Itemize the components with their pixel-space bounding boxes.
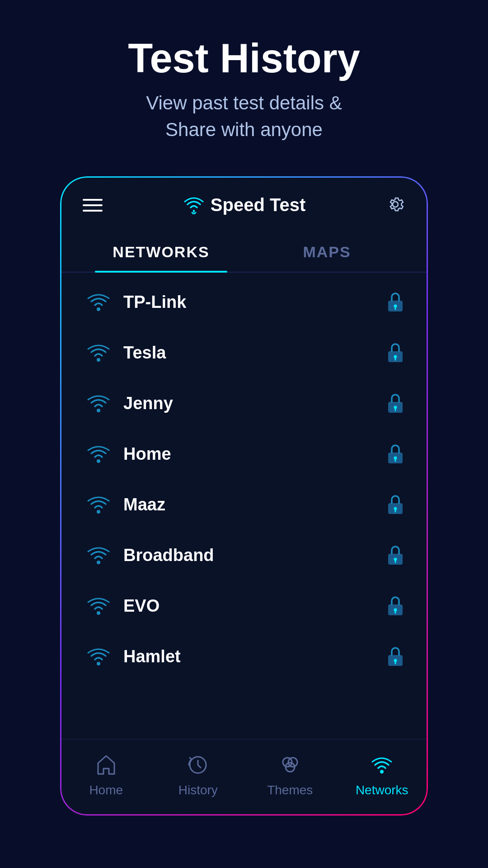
- network-item[interactable]: Home: [60, 429, 428, 480]
- networks-icon: [370, 753, 394, 778]
- app-name: Speed Test: [211, 195, 305, 215]
- nav-label-networks: Networks: [356, 783, 408, 797]
- svg-point-4: [97, 358, 100, 362]
- tab-maps[interactable]: MAPS: [244, 234, 410, 272]
- history-icon: [186, 753, 210, 778]
- wifi-signal-icon: [83, 444, 114, 465]
- wifi-signal-icon: [83, 545, 114, 566]
- nav-item-networks[interactable]: Networks: [336, 749, 428, 802]
- tabs-row: NETWORKS MAPS: [60, 225, 428, 273]
- network-name: Home: [114, 444, 385, 464]
- nav-item-home[interactable]: Home: [60, 749, 152, 802]
- top-bar: Speed Test: [60, 176, 428, 225]
- network-name: EVO: [114, 596, 385, 616]
- hamburger-button[interactable]: [83, 199, 103, 212]
- nav-item-themes[interactable]: Themes: [244, 749, 336, 802]
- network-item[interactable]: Broadband: [60, 530, 428, 581]
- header-section: Test History View past test details &Sha…: [0, 0, 488, 161]
- network-item[interactable]: TP-Link: [60, 277, 428, 328]
- wifi-signal-icon: [83, 343, 114, 363]
- wifi-signal-icon: [83, 646, 114, 667]
- lock-icon: [385, 290, 405, 315]
- page-subtitle: View past test details &Share with anyon…: [18, 90, 470, 143]
- nav-label-history: History: [178, 783, 218, 797]
- settings-button[interactable]: [385, 194, 405, 216]
- network-item[interactable]: EVO: [60, 581, 428, 632]
- network-item[interactable]: Maaz: [60, 480, 428, 530]
- bottom-nav: Home History: [60, 739, 428, 816]
- nav-item-history[interactable]: History: [152, 749, 244, 802]
- wifi-signal-icon: [83, 393, 114, 414]
- wifi-signal-icon: [83, 292, 114, 313]
- network-list: TP-Link Tesla: [60, 273, 428, 739]
- phone-inner: Speed Test NETWORKS MAPS: [60, 176, 428, 816]
- network-name: Jenny: [114, 394, 385, 413]
- network-item[interactable]: Hamlet: [60, 632, 428, 682]
- app-wifi-icon: [183, 196, 205, 214]
- svg-point-16: [97, 510, 100, 514]
- network-name: Maaz: [114, 495, 385, 514]
- lock-icon: [385, 442, 405, 467]
- page-title: Test History: [18, 36, 470, 81]
- network-name: Hamlet: [114, 647, 385, 666]
- lock-icon: [385, 391, 405, 416]
- tab-networks[interactable]: NETWORKS: [78, 234, 244, 272]
- svg-point-24: [97, 611, 100, 615]
- app-logo: Speed Test: [183, 195, 305, 215]
- themes-icon: [278, 753, 302, 778]
- svg-point-20: [97, 561, 100, 564]
- lock-icon: [385, 594, 405, 619]
- home-icon: [94, 753, 118, 778]
- wifi-signal-icon: [83, 596, 114, 617]
- svg-point-36: [380, 770, 384, 774]
- network-item[interactable]: Tesla: [60, 328, 428, 378]
- lock-icon: [385, 543, 405, 568]
- network-name: Tesla: [114, 343, 385, 363]
- svg-point-12: [97, 459, 100, 463]
- svg-point-8: [97, 409, 100, 412]
- network-item[interactable]: Jenny: [60, 378, 428, 429]
- nav-label-themes: Themes: [267, 783, 313, 797]
- lock-icon: [385, 340, 405, 366]
- network-name: TP-Link: [114, 292, 385, 312]
- phone-mockup: Speed Test NETWORKS MAPS: [59, 175, 429, 817]
- network-name: Broadband: [114, 546, 385, 565]
- svg-point-28: [97, 662, 100, 665]
- lock-icon: [385, 644, 405, 670]
- nav-label-home: Home: [89, 783, 123, 797]
- lock-icon: [385, 492, 405, 518]
- wifi-signal-icon: [83, 495, 114, 515]
- svg-point-0: [97, 307, 100, 311]
